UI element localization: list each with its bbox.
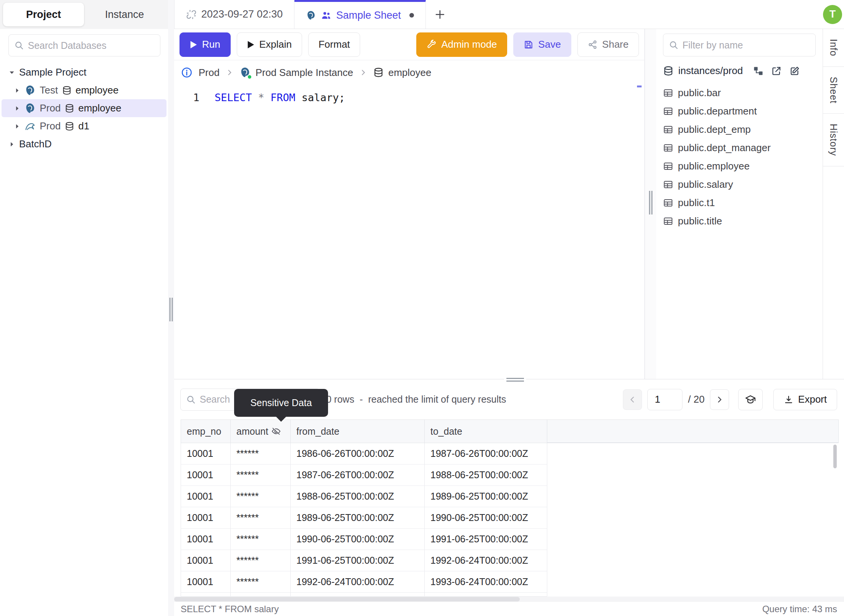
database-search-input[interactable] (28, 40, 155, 51)
cell-to-date[interactable]: 1990-06-25T00:00:00Z (425, 507, 547, 529)
format-button[interactable]: Format (308, 32, 360, 57)
results-resize-handle[interactable] (504, 375, 526, 384)
info-icon[interactable] (181, 67, 192, 78)
explain-button[interactable]: Explain (237, 32, 302, 57)
line-number: 1 (174, 92, 199, 103)
sidebar-resize-handle[interactable] (168, 0, 174, 616)
caret-right-icon[interactable] (8, 141, 15, 148)
cell-to-date[interactable]: 1992-06-24T00:00:00Z (425, 550, 547, 571)
edit-icon[interactable] (789, 66, 800, 76)
cell-emp-no[interactable]: 10001 (181, 507, 231, 529)
cell-from-date[interactable]: 1989-06-25T00:00:00Z (291, 507, 425, 529)
cell-from-date[interactable]: 1992-06-24T00:00:00Z (291, 571, 425, 593)
cell-amount-masked[interactable]: ****** (231, 550, 291, 571)
cell-from-date[interactable]: 1988-06-25T00:00:00Z (291, 486, 425, 507)
table-list-item[interactable]: public.dept_manager (663, 139, 816, 157)
cell-emp-no[interactable]: 10001 (181, 571, 231, 593)
table-list-item[interactable]: public.bar (663, 84, 816, 102)
cell-from-date[interactable]: 1986-06-26T00:00:00Z (291, 443, 425, 464)
export-button[interactable]: Export (773, 389, 837, 410)
column-header[interactable]: to_date (425, 420, 547, 443)
tree-item-batchd[interactable]: BatchD (0, 135, 168, 153)
cell-emp-no[interactable]: 10001 (181, 550, 231, 571)
cell-amount-masked[interactable]: ****** (231, 571, 291, 593)
cell-amount-masked[interactable]: ****** (231, 464, 291, 486)
table-row[interactable]: 10001 ****** 1992-06-24T00:00:00Z 1993-0… (181, 571, 839, 593)
vertical-scrollbar[interactable] (833, 445, 837, 468)
run-button[interactable]: Run (179, 32, 231, 57)
cell-emp-no[interactable]: 10001 (181, 486, 231, 507)
table-list-item[interactable]: public.dept_emp (663, 120, 816, 139)
sql-editor[interactable]: 1 SELECT * FROM salary; (174, 85, 644, 379)
add-sheet-button[interactable] (426, 0, 454, 29)
cell-to-date[interactable]: 1991-06-25T00:00:00Z (425, 529, 547, 550)
cell-amount-masked[interactable]: ****** (231, 507, 291, 529)
table-list-item[interactable]: public.department (663, 102, 816, 120)
editor-column: Run Explain Format Admin mode (174, 29, 645, 379)
prev-page-button[interactable] (623, 389, 642, 410)
caret-right-icon[interactable] (14, 123, 21, 130)
cell-to-date[interactable]: 1987-06-26T00:00:00Z (425, 443, 547, 464)
cell-from-date[interactable]: 1987-06-26T00:00:00Z (291, 464, 425, 486)
overview-ruler-cursor (637, 85, 642, 87)
tab-instance[interactable]: Instance (84, 3, 165, 26)
table-list-item[interactable]: public.title (663, 212, 816, 230)
avatar[interactable]: T (823, 5, 842, 24)
eye-off-icon[interactable] (271, 426, 281, 436)
breadcrumb-instance[interactable]: Prod Sample Instance (239, 67, 353, 79)
table-row[interactable]: 10001 ****** 1986-06-26T00:00:00Z 1987-0… (181, 443, 839, 464)
table-row[interactable]: 10001 ****** 1990-06-25T00:00:00Z 1991-0… (181, 529, 839, 550)
table-list-item[interactable]: public.employee (663, 157, 816, 175)
tree-item-prod-employee[interactable]: Prod employee (2, 99, 167, 117)
column-header[interactable]: from_date (291, 420, 425, 443)
table-row[interactable]: 10001 ****** 1987-06-26T00:00:00Z 1988-0… (181, 464, 839, 486)
caret-right-icon[interactable] (14, 87, 21, 94)
caret-right-icon[interactable] (14, 105, 21, 112)
table-list-item[interactable]: public.t1 (663, 194, 816, 212)
save-button[interactable]: Save (513, 32, 571, 57)
masking-mode-button[interactable] (738, 389, 763, 410)
table-list-item[interactable]: public.salary (663, 175, 816, 194)
table-row[interactable]: 10001 ****** 1988-06-25T00:00:00Z 1989-0… (181, 486, 839, 507)
column-header[interactable]: emp_no (181, 420, 231, 443)
cell-amount-masked[interactable]: ****** (231, 486, 291, 507)
page-number-input[interactable] (647, 389, 682, 410)
breadcrumb-database[interactable]: employee (373, 67, 432, 79)
scrollbar-thumb[interactable] (174, 597, 520, 601)
next-page-button[interactable] (710, 389, 729, 410)
cell-to-date[interactable]: 1988-06-25T00:00:00Z (425, 464, 547, 486)
admin-mode-button[interactable]: Admin mode (416, 32, 507, 57)
sheet-tab-unsaved[interactable]: 2023-09-27 02:30 (174, 0, 294, 29)
sheet-tab-sample-sheet[interactable]: Sample Sheet (294, 0, 426, 29)
table-filter-input[interactable] (682, 40, 810, 51)
tree-item-prod-d1[interactable]: Prod d1 (0, 117, 168, 135)
table-row[interactable]: 10001 ****** 1991-06-25T00:00:00Z 1992-0… (181, 550, 839, 571)
table-icon (663, 179, 673, 190)
tree-item-sample-project[interactable]: Sample Project (0, 63, 168, 81)
tree-item-test-employee[interactable]: Test employee (0, 81, 168, 99)
share-button[interactable]: Share (577, 32, 639, 57)
cell-from-date[interactable]: 1990-06-25T00:00:00Z (291, 529, 425, 550)
schema-diagram-icon[interactable] (753, 66, 763, 76)
horizontal-scrollbar[interactable] (174, 597, 844, 602)
caret-down-icon[interactable] (8, 69, 15, 76)
cell-from-date[interactable]: 1991-06-25T00:00:00Z (291, 550, 425, 571)
cell-to-date[interactable]: 1989-06-25T00:00:00Z (425, 486, 547, 507)
cell-emp-no[interactable]: 10001 (181, 443, 231, 464)
cell-amount-masked[interactable]: ****** (231, 529, 291, 550)
table-filter (663, 34, 816, 56)
table-row[interactable]: 10001 ****** 1989-06-25T00:00:00Z 1990-0… (181, 507, 839, 529)
panel-resize-handle[interactable] (645, 29, 656, 379)
row-count-note: 0 rows - reached the limit of query resu… (326, 394, 506, 405)
tab-project[interactable]: Project (3, 3, 84, 26)
cell-amount-masked[interactable]: ****** (231, 443, 291, 464)
table-icon (663, 88, 673, 98)
external-link-icon[interactable] (771, 66, 782, 76)
breadcrumb-environment[interactable]: Prod (199, 67, 220, 79)
tab-info[interactable]: Info (823, 29, 844, 67)
cell-emp-no[interactable]: 10001 (181, 529, 231, 550)
cell-emp-no[interactable]: 10001 (181, 464, 231, 486)
cell-to-date[interactable]: 1993-06-24T00:00:00Z (425, 571, 547, 593)
tab-sheet[interactable]: Sheet (823, 67, 844, 114)
tab-history[interactable]: History (823, 114, 844, 166)
